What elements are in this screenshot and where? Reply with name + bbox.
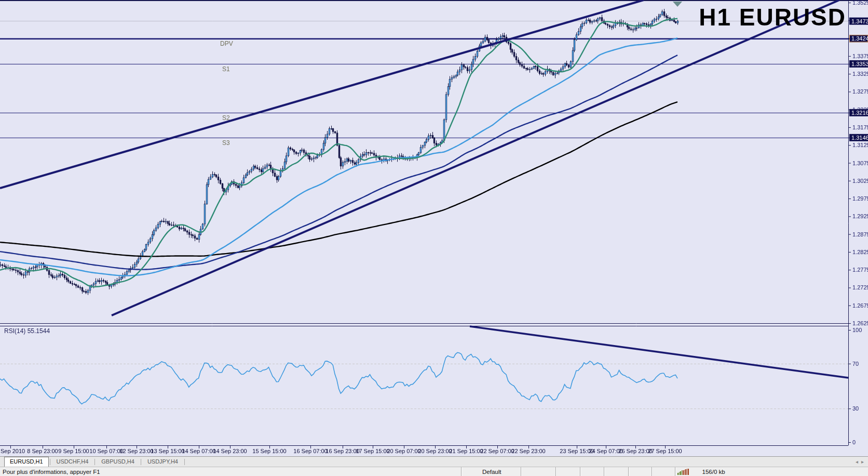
tab-gbpusd-h4[interactable]: GBPUSD,H4 <box>96 457 140 467</box>
tab-scroll-left-icon[interactable]: ◂ <box>856 459 858 465</box>
tab-usdchf-h4[interactable]: USDCHF,H4 <box>51 457 94 467</box>
status-cell-empty <box>628 467 652 476</box>
status-bar: Pour plus d'informations, appuyer F1 Def… <box>0 467 868 476</box>
price-chart-canvas[interactable] <box>0 0 868 456</box>
status-help-text: Pour plus d'informations, appuyer F1 <box>0 467 461 476</box>
status-cell-empty <box>604 467 628 476</box>
tab-scroll-right-icon[interactable]: ▸ <box>861 459 864 465</box>
tab-eurusd-h1[interactable]: EURUSD,H1 <box>4 457 49 467</box>
tab-separator <box>141 459 141 465</box>
chart-tabs-bar: EURUSD,H1 USDCHF,H4 GBPUSD,H4 USDJPY,H4 … <box>0 456 868 467</box>
mt4-chart-window: H1 EURUSD EURUSD,H1 USDCHF,H4 GBPUSD,H4 … <box>0 0 868 476</box>
status-profile[interactable]: Default <box>461 467 521 476</box>
tab-separator <box>50 459 50 465</box>
connection-bars-icon <box>677 469 689 475</box>
tab-separator <box>184 459 185 465</box>
status-cell-empty <box>521 467 555 476</box>
tab-usdjpy-h4[interactable]: USDJPY,H4 <box>142 457 183 467</box>
chart-title: H1 EURUSD <box>699 3 846 31</box>
status-traffic: 156/0 kb <box>702 469 725 475</box>
tab-separator <box>94 459 95 465</box>
status-cell-empty <box>652 467 675 476</box>
status-cell-empty <box>580 467 604 476</box>
status-cell-empty <box>555 467 580 476</box>
